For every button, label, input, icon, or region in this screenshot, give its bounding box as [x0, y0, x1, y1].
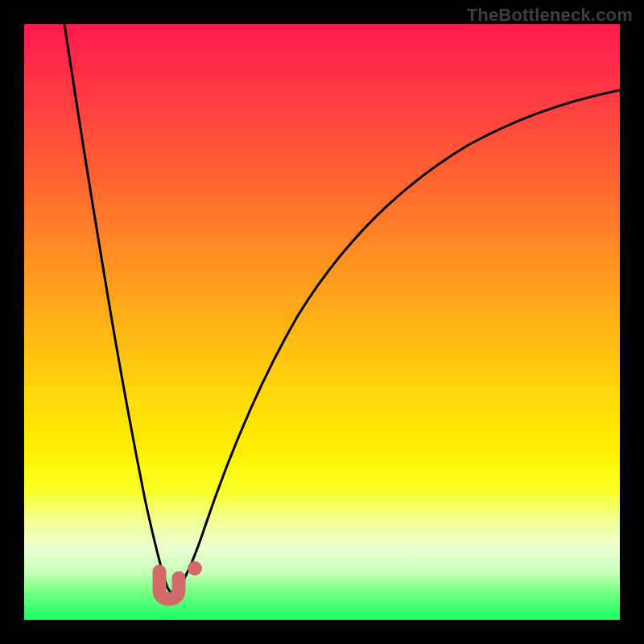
bottleneck-curve-left [64, 24, 171, 592]
curve-layer [24, 24, 620, 620]
plot-area [24, 24, 620, 620]
watermark-text: TheBottleneck.com [467, 5, 633, 26]
bottleneck-curve-right [171, 90, 620, 592]
optimum-marker-dot [188, 561, 202, 576]
chart-frame: TheBottleneck.com [0, 0, 644, 644]
optimum-marker-u [159, 572, 179, 599]
